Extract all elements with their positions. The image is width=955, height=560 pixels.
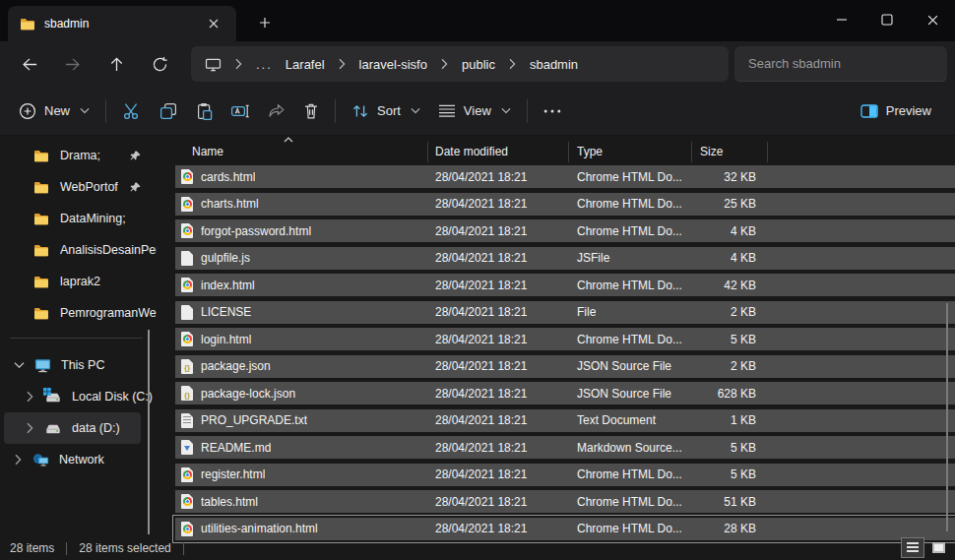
folder-icon	[33, 307, 48, 320]
details-view-button[interactable]	[902, 538, 923, 557]
sidebar-item-network[interactable]: Network	[4, 444, 157, 475]
column-header-type[interactable]: Type	[569, 142, 692, 162]
chevron-right-icon[interactable]	[508, 58, 517, 70]
copy-button[interactable]	[151, 93, 186, 129]
network-icon	[32, 453, 49, 467]
toolbar-separator	[335, 99, 336, 123]
file-row[interactable]: PRO_UPGRADE.txt 28/04/2021 18:21 Text Do…	[175, 409, 955, 432]
close-button[interactable]	[910, 0, 955, 39]
large-icons-view-button[interactable]	[927, 538, 949, 557]
status-bar: 28 items 28 items selected	[0, 536, 955, 560]
trash-icon	[303, 102, 319, 120]
drive-icon	[44, 422, 62, 435]
chrome-html-file-icon	[181, 332, 193, 346]
column-header-size[interactable]: Size	[692, 142, 768, 162]
chrome-html-file-icon	[181, 522, 193, 536]
new-tab-button[interactable]	[250, 8, 280, 37]
sidebar-item-laprak2[interactable]: laprak2	[4, 266, 157, 297]
sidebar-item-webportofolio[interactable]: WebPortofolio	[4, 171, 157, 203]
chrome-html-file-icon	[181, 467, 193, 482]
paste-icon	[195, 102, 213, 120]
file-row[interactable]: LICENSE 28/04/2021 18:21 File 2 KB	[175, 301, 955, 324]
file-row[interactable]: charts.html 28/04/2021 18:21 Chrome HTML…	[175, 193, 955, 216]
share-icon	[268, 103, 286, 119]
breadcrumb-segment[interactable]: Larafel	[286, 57, 325, 72]
sidebar-item-analisisdesain[interactable]: AnalisisDesainPer	[4, 234, 157, 266]
rename-icon	[230, 103, 250, 119]
sidebar-item-pemrogramanweb[interactable]: PemrogramanWeb	[4, 297, 157, 329]
forward-button[interactable]	[51, 46, 95, 82]
preview-button[interactable]: Preview	[852, 93, 945, 129]
chevron-right-icon[interactable]	[14, 454, 23, 466]
up-button[interactable]	[95, 46, 138, 82]
sidebar-scrollbar[interactable]	[148, 330, 150, 534]
chevron-right-icon[interactable]	[26, 391, 34, 403]
refresh-button[interactable]	[138, 46, 181, 82]
share-button[interactable]	[259, 93, 294, 129]
list-scrollbar[interactable]	[946, 303, 948, 531]
file-row[interactable]: package.json 28/04/2021 18:21 JSON Sourc…	[175, 355, 955, 378]
back-button[interactable]	[8, 46, 51, 82]
toolbar: New Sort View Preview	[0, 87, 955, 136]
chevron-right-icon[interactable]	[26, 422, 34, 434]
explorer-tab[interactable]: sbadmin	[8, 6, 236, 41]
this-pc-icon	[205, 57, 222, 72]
cut-button[interactable]	[113, 93, 151, 129]
search-input[interactable]	[734, 56, 947, 71]
plus-circle-icon	[19, 102, 36, 120]
file-list: cards.html 28/04/2021 18:21 Chrome HTML …	[175, 165, 955, 540]
file-row[interactable]: forgot-password.html 28/04/2021 18:21 Ch…	[175, 219, 955, 242]
sidebar-item-datamining[interactable]: DataMining;	[4, 203, 157, 234]
file-row[interactable]: package-lock.json 28/04/2021 18:21 JSON …	[175, 382, 955, 404]
chrome-html-file-icon	[181, 197, 193, 212]
chrome-html-file-icon	[181, 494, 193, 509]
breadcrumb-segment[interactable]: laravel-sisfo	[359, 57, 427, 72]
sort-icon	[351, 103, 369, 119]
sidebar-item-data-d[interactable]: data (D:)	[4, 412, 141, 444]
tab-close-button[interactable]	[203, 13, 224, 34]
file-row[interactable]: index.html 28/04/2021 18:21 Chrome HTML …	[175, 274, 955, 296]
new-button[interactable]: New	[10, 93, 98, 129]
maximize-button[interactable]	[864, 0, 910, 39]
minimize-button[interactable]	[819, 0, 864, 39]
paste-button[interactable]	[186, 93, 222, 129]
folder-icon	[33, 244, 48, 257]
sort-ascending-caret-icon	[284, 137, 293, 143]
json-file-icon	[181, 386, 193, 401]
toolbar-separator	[527, 99, 528, 123]
file-row[interactable]: cards.html 28/04/2021 18:21 Chrome HTML …	[175, 165, 955, 188]
file-row[interactable]: tables.html 28/04/2021 18:21 Chrome HTML…	[175, 490, 955, 513]
sort-button[interactable]: Sort	[343, 93, 429, 129]
file-row[interactable]: README.md 28/04/2021 18:21 Markdown Sour…	[175, 436, 955, 459]
file-row[interactable]: gulpfile.js 28/04/2021 18:21 JSFile 4 KB	[175, 247, 955, 270]
view-button[interactable]: View	[429, 93, 520, 129]
chevron-right-icon[interactable]	[234, 58, 243, 70]
sidebar-item-drama[interactable]: Drama;	[4, 140, 157, 171]
file-row[interactable]: login.html 28/04/2021 18:21 Chrome HTML …	[175, 328, 955, 350]
ellipsis-icon	[543, 109, 561, 113]
file-icon	[181, 251, 193, 266]
column-header-name[interactable]: Name	[160, 142, 428, 162]
column-header-date-modified[interactable]: Date modified	[428, 142, 569, 162]
window-controls	[819, 0, 955, 39]
chevron-right-icon[interactable]	[338, 58, 347, 70]
breadcrumb-segment[interactable]: sbadmin	[530, 57, 578, 72]
delete-button[interactable]	[294, 93, 328, 129]
sidebar-item-this-pc[interactable]: This PC	[4, 349, 157, 381]
tab-title: sbadmin	[44, 17, 193, 31]
sidebar-item-local-disk-c[interactable]: Local Disk (C:)	[4, 381, 157, 412]
rename-button[interactable]	[222, 93, 259, 129]
file-row[interactable]: register.html 28/04/2021 18:21 Chrome HT…	[175, 464, 955, 486]
this-pc-icon	[34, 358, 51, 373]
chevron-right-icon[interactable]	[440, 58, 449, 70]
file-list-pane: Name Date modified Type Size cards.html …	[160, 136, 955, 536]
more-options-button[interactable]	[535, 93, 570, 129]
folder-icon	[33, 213, 48, 225]
pin-icon	[130, 182, 141, 193]
chevron-down-icon[interactable]	[14, 361, 25, 369]
breadcrumb-segment[interactable]: public	[462, 57, 495, 72]
sidebar: Drama; WebPortofolio DataMining; Analisi…	[0, 136, 160, 536]
pin-icon	[130, 151, 141, 161]
breadcrumb[interactable]: ... Larafel laravel-sisfo public sbadmin	[191, 46, 729, 82]
breadcrumb-ellipsis[interactable]: ...	[256, 57, 273, 72]
